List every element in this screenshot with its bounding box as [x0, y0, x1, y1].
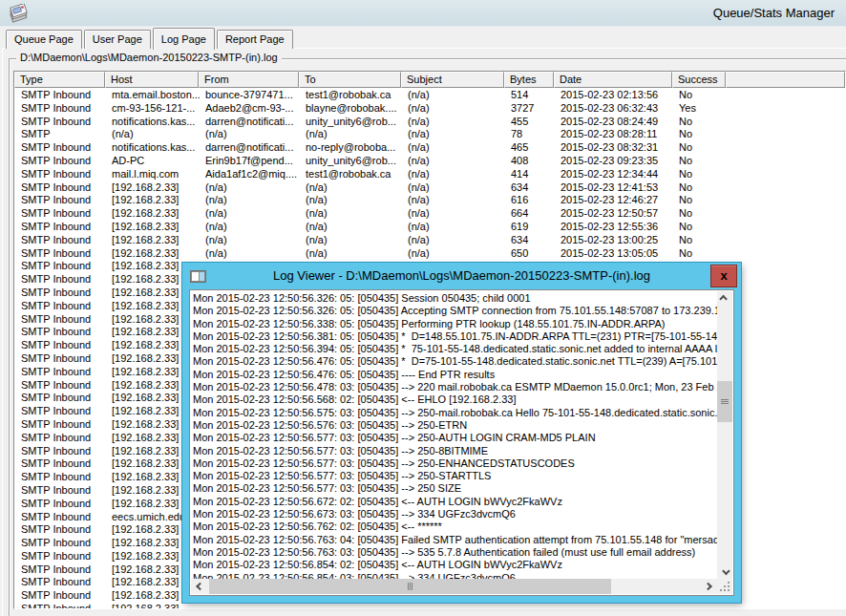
- cell-to: [300, 603, 402, 608]
- table-row[interactable]: SMTP Inboundmta.email.boston...bounce-37…: [15, 89, 844, 102]
- cell-success: No: [673, 128, 727, 141]
- cell-subject: (n/a): [402, 89, 505, 102]
- log-viewer-titlebar[interactable]: Log Viewer - D:\MDaemon\Logs\MDaemon-201…: [182, 263, 741, 289]
- scroll-down-button[interactable]: [717, 563, 732, 579]
- cell-subject: (n/a): [402, 234, 505, 247]
- cell-bytes: 3727: [505, 102, 555, 116]
- cell-host: [192.168.2.33]: [106, 234, 200, 247]
- log-line: Mon 2015-02-23 12:50:56.476: 05: [050435…: [193, 355, 717, 368]
- cell-date: 2015-02-23 12:46:27: [555, 194, 673, 207]
- scroll-grip-icon: [408, 583, 412, 590]
- cell-from: (n/a): [200, 247, 300, 261]
- cell-type: SMTP Inbound: [15, 207, 106, 221]
- cell-success: No: [673, 168, 727, 181]
- cell-bytes: 514: [505, 89, 555, 102]
- log-line: Mon 2015-02-23 12:50:56.476: 05: [050435…: [193, 369, 717, 381]
- cell-type: SMTP Inbound: [15, 392, 106, 405]
- column-header-date[interactable]: Date: [554, 72, 672, 88]
- cell-type: SMTP Inbound: [15, 247, 106, 261]
- tab-report-page[interactable]: Report Page: [217, 30, 293, 49]
- log-line: Mon 2015-02-23 12:50:56.672: 02: [050435…: [193, 496, 717, 508]
- cell-type: SMTP Inbound: [15, 221, 106, 234]
- cell-type: SMTP Inbound: [15, 234, 106, 247]
- column-header-subject[interactable]: Subject: [401, 72, 504, 88]
- scroll-up-button[interactable]: [717, 291, 732, 307]
- column-header-to[interactable]: To: [299, 72, 401, 88]
- column-header-filler: [726, 72, 845, 88]
- chevron-left-icon: [196, 583, 203, 590]
- cell-host: mail.l.miq.com: [106, 168, 200, 181]
- table-row[interactable]: SMTP Inboundcm-93-156-121-...Adaeb2@cm-9…: [15, 102, 844, 116]
- table-row[interactable]: SMTP Inbound[192.168.2.33](n/a)(n/a)(n/a…: [15, 207, 844, 221]
- resize-grip[interactable]: [717, 579, 732, 594]
- column-header-host[interactable]: Host: [105, 72, 199, 88]
- log-viewer-title: Log Viewer - D:\MDaemon\Logs\MDaemon-201…: [182, 263, 741, 289]
- scroll-left-button[interactable]: [191, 579, 206, 594]
- cell-success: No: [673, 89, 727, 102]
- tab-queue-page[interactable]: Queue Page: [6, 30, 82, 49]
- horizontal-scroll-thumb[interactable]: [209, 579, 611, 594]
- cell-to: (n/a): [300, 207, 402, 221]
- cell-success: No: [673, 221, 727, 234]
- table-row[interactable]: SMTP InboundAD-PCErin9b17f@pend...unity_…: [15, 155, 844, 168]
- cell-host: [192.168.2.33]: [106, 247, 200, 261]
- table-row[interactable]: SMTP Inboundnotifications.kas...darren@n…: [15, 116, 844, 129]
- cell-bytes: 408: [505, 155, 555, 168]
- table-row[interactable]: SMTP Inbound[192.168.2.33](n/a)(n/a)(n/a…: [15, 247, 844, 261]
- cell-type: SMTP Inbound: [15, 194, 106, 207]
- close-button[interactable]: x: [710, 265, 737, 287]
- vertical-scroll-thumb[interactable]: [717, 381, 732, 422]
- cell-subject: (n/a): [402, 194, 505, 207]
- cell-type: SMTP Inbound: [15, 511, 106, 524]
- cell-type: SMTP Inbound: [15, 102, 106, 116]
- table-row[interactable]: SMTP Inbound[192.168.2.33](n/a)(n/a)(n/a…: [15, 234, 844, 247]
- cell-to: test1@robobak.ca: [300, 168, 402, 181]
- cell-success: No: [673, 234, 727, 247]
- table-row[interactable]: SMTP Inbound[192.168.2.33](n/a)(n/a)(n/a…: [15, 221, 844, 234]
- vertical-scrollbar[interactable]: [717, 291, 732, 579]
- cell-subject: [402, 603, 505, 608]
- cell-date: 2015-02-23 12:50:57: [555, 207, 673, 221]
- log-text[interactable]: Mon 2015-02-23 12:50:56.326: 05: [050435…: [191, 291, 717, 579]
- cell-type: SMTP Inbound: [15, 432, 106, 445]
- table-row[interactable]: SMTP Inbound[192.168.2.33]: [15, 603, 844, 608]
- cell-bytes: 634: [505, 234, 555, 247]
- chevron-up-icon: [719, 295, 727, 303]
- cell-type: SMTP Inbound: [15, 550, 106, 563]
- table-row[interactable]: SMTP(n/a)(n/a)(n/a)(n/a)782015-02-23 08:…: [15, 128, 844, 141]
- column-header-success[interactable]: Success: [672, 72, 726, 88]
- cell-date: 2015-02-23 09:23:35: [555, 155, 673, 168]
- log-line: Mon 2015-02-23 12:50:56.394: 05: [050435…: [193, 343, 717, 355]
- tab-user-page[interactable]: User Page: [84, 30, 151, 49]
- chevron-down-icon: [722, 567, 730, 575]
- log-line: Mon 2015-02-23 12:50:56.577: 03: [050435…: [193, 470, 717, 482]
- table-row[interactable]: SMTP Inboundmail.l.miq.comAida1af1c2@miq…: [15, 168, 844, 181]
- cell-to: blayne@robobak....: [300, 102, 402, 116]
- cell-date: 2015-02-23 13:05:05: [555, 247, 673, 261]
- column-header-bytes[interactable]: Bytes: [504, 72, 554, 88]
- tab-log-page[interactable]: Log Page: [153, 28, 215, 50]
- table-row[interactable]: SMTP Inbound[192.168.2.33](n/a)(n/a)(n/a…: [15, 194, 844, 207]
- cell-type: SMTP Inbound: [15, 326, 106, 339]
- cell-subject: (n/a): [402, 181, 505, 195]
- cell-to: (n/a): [300, 247, 402, 261]
- scroll-right-button[interactable]: [702, 579, 717, 594]
- table-row[interactable]: SMTP Inboundnotifications.kas...darren@n…: [15, 141, 844, 155]
- horizontal-scrollbar[interactable]: [191, 579, 717, 594]
- table-row[interactable]: SMTP Inbound[192.168.2.33](n/a)(n/a)(n/a…: [15, 181, 844, 195]
- window-title: Queue/Stats Manager: [713, 6, 835, 20]
- column-header-from[interactable]: From: [199, 72, 299, 88]
- cell-type: SMTP Inbound: [15, 300, 106, 313]
- cell-from: Aida1af1c2@miq....: [200, 168, 300, 181]
- column-header-type[interactable]: Type: [14, 72, 105, 88]
- cell-host: cm-93-156-121-...: [106, 102, 200, 116]
- cell-success: No: [673, 181, 727, 195]
- cell-date: 2015-02-23 12:41:53: [555, 181, 673, 195]
- cell-host: notifications.kas...: [106, 116, 200, 129]
- cell-type: SMTP Inbound: [15, 89, 106, 102]
- log-file-path-label: D:\MDaemon\Logs\MDaemon-20150223-SMTP-(i…: [16, 52, 282, 63]
- cell-type: SMTP Inbound: [15, 471, 106, 484]
- table-header: TypeHostFromToSubjectBytesDateSuccess: [14, 72, 845, 88]
- cell-type: SMTP Inbound: [15, 405, 106, 418]
- cell-type: SMTP Inbound: [15, 537, 106, 550]
